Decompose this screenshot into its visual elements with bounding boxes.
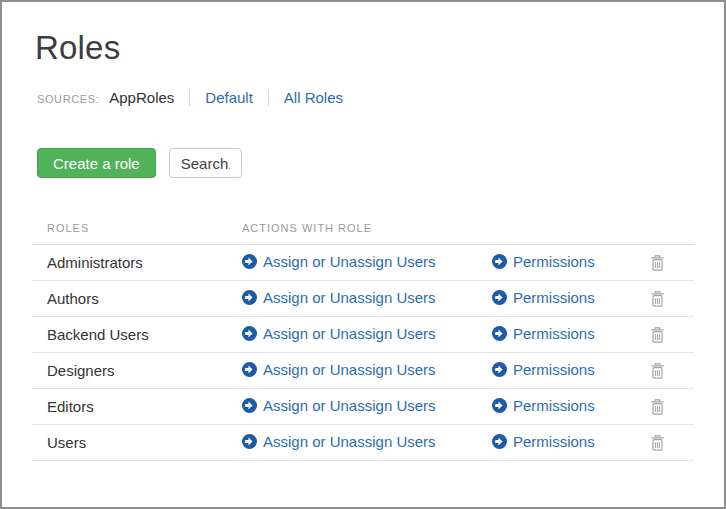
permissions-link[interactable]: Permissions — [487, 433, 595, 450]
permissions-link[interactable]: Permissions — [487, 397, 595, 414]
arrow-circle-right-icon — [242, 254, 257, 269]
arrow-circle-right-icon — [492, 362, 507, 377]
permissions-link[interactable]: Permissions — [487, 361, 595, 378]
trash-icon — [650, 435, 665, 451]
trash-icon — [650, 399, 665, 415]
permissions-link[interactable]: Permissions — [487, 253, 595, 270]
assign-users-label: Assign or Unassign Users — [263, 397, 436, 414]
arrow-circle-right-icon — [492, 398, 507, 413]
roles-table: ROLES ACTIONS WITH ROLE Administrators A… — [32, 222, 694, 461]
column-header-roles: ROLES — [32, 222, 237, 234]
assign-users-link[interactable]: Assign or Unassign Users — [237, 433, 436, 450]
arrow-circle-right-icon — [492, 434, 507, 449]
search-input[interactable] — [169, 148, 242, 178]
table-row: Users Assign or Unassign Users Permissio… — [32, 425, 694, 461]
permissions-label: Permissions — [513, 289, 595, 306]
role-name: Administrators — [32, 254, 237, 271]
page-title: Roles — [35, 29, 694, 67]
assign-users-link[interactable]: Assign or Unassign Users — [237, 289, 436, 306]
trash-icon — [650, 363, 665, 379]
delete-role-button[interactable] — [650, 291, 665, 307]
role-name: Editors — [32, 398, 237, 415]
source-item-default[interactable]: Default — [189, 89, 253, 106]
source-item-all-roles[interactable]: All Roles — [268, 89, 343, 106]
delete-role-button[interactable] — [650, 327, 665, 343]
table-row: Editors Assign or Unassign Users Permiss… — [32, 389, 694, 425]
roles-page: Roles SOURCES: AppRolesDefaultAll Roles … — [0, 0, 726, 509]
arrow-circle-right-icon — [492, 326, 507, 341]
sources-row: SOURCES: AppRolesDefaultAll Roles — [37, 89, 694, 106]
arrow-circle-right-icon — [492, 254, 507, 269]
assign-users-link[interactable]: Assign or Unassign Users — [237, 253, 436, 270]
assign-users-label: Assign or Unassign Users — [263, 253, 436, 270]
assign-users-label: Assign or Unassign Users — [263, 433, 436, 450]
permissions-link[interactable]: Permissions — [487, 325, 595, 342]
role-name: Backend Users — [32, 326, 237, 343]
permissions-label: Permissions — [513, 397, 595, 414]
column-header-actions: ACTIONS WITH ROLE — [237, 222, 487, 234]
assign-users-label: Assign or Unassign Users — [263, 361, 436, 378]
table-row: Administrators Assign or Unassign Users … — [32, 245, 694, 281]
delete-role-button[interactable] — [650, 363, 665, 379]
assign-users-link[interactable]: Assign or Unassign Users — [237, 325, 436, 342]
role-name: Designers — [32, 362, 237, 379]
trash-icon — [650, 291, 665, 307]
delete-role-button[interactable] — [650, 255, 665, 271]
table-header: ROLES ACTIONS WITH ROLE — [32, 222, 694, 245]
arrow-circle-right-icon — [242, 290, 257, 305]
arrow-circle-right-icon — [242, 434, 257, 449]
toolbar: Create a role — [37, 148, 694, 178]
arrow-circle-right-icon — [492, 290, 507, 305]
arrow-circle-right-icon — [242, 398, 257, 413]
source-item-label: All Roles — [284, 89, 343, 106]
table-row: Designers Assign or Unassign Users Permi… — [32, 353, 694, 389]
trash-icon — [650, 255, 665, 271]
assign-users-link[interactable]: Assign or Unassign Users — [237, 397, 436, 414]
assign-users-link[interactable]: Assign or Unassign Users — [237, 361, 436, 378]
table-body: Administrators Assign or Unassign Users … — [32, 245, 694, 461]
permissions-label: Permissions — [513, 433, 595, 450]
permissions-label: Permissions — [513, 253, 595, 270]
create-role-button[interactable]: Create a role — [37, 148, 156, 178]
permissions-link[interactable]: Permissions — [487, 289, 595, 306]
permissions-label: Permissions — [513, 361, 595, 378]
arrow-circle-right-icon — [242, 362, 257, 377]
assign-users-label: Assign or Unassign Users — [263, 325, 436, 342]
role-name: Users — [32, 434, 237, 451]
trash-icon — [650, 327, 665, 343]
delete-role-button[interactable] — [650, 435, 665, 451]
sources-list: AppRolesDefaultAll Roles — [109, 89, 343, 106]
arrow-circle-right-icon — [242, 326, 257, 341]
source-item-approles[interactable]: AppRoles — [109, 89, 174, 106]
sources-label: SOURCES: — [37, 93, 99, 105]
table-row: Authors Assign or Unassign Users Permiss… — [32, 281, 694, 317]
source-item-label: Default — [205, 89, 253, 106]
assign-users-label: Assign or Unassign Users — [263, 289, 436, 306]
source-item-label: AppRoles — [109, 89, 174, 106]
delete-role-button[interactable] — [650, 399, 665, 415]
role-name: Authors — [32, 290, 237, 307]
permissions-label: Permissions — [513, 325, 595, 342]
table-row: Backend Users Assign or Unassign Users P… — [32, 317, 694, 353]
